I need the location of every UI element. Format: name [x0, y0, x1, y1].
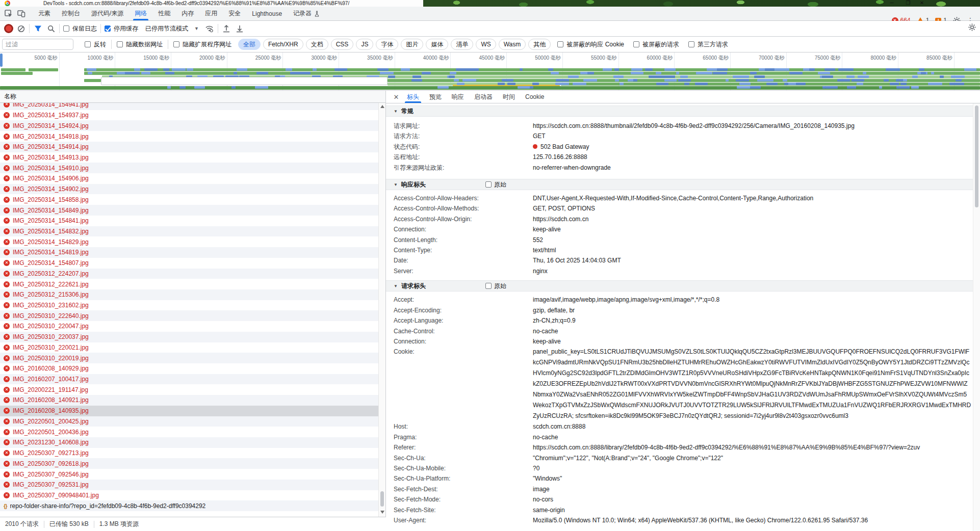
request-row[interactable]: ✕IMG_20250310_231602.jpg — [0, 300, 378, 311]
request-row[interactable]: ✕IMG_20250314_154829.jpg — [0, 236, 378, 247]
record-network-log-button[interactable] — [4, 24, 13, 33]
request-row[interactable]: ✕IMG_20250314_154918.jpg — [0, 131, 378, 142]
request-row[interactable]: ✕IMG_20250314_154906.jpg — [0, 173, 378, 184]
tab-Lighthouse[interactable]: Lighthouse — [246, 7, 288, 20]
tab-安全[interactable]: 安全 — [223, 7, 246, 20]
clear-network-log-button[interactable] — [16, 24, 25, 33]
general-section-header[interactable]: ▼ 常规 — [386, 105, 980, 117]
filter-pill-CSS[interactable]: CSS — [331, 39, 354, 50]
request-row[interactable]: ✕IMG_20250307_092531.jpg — [0, 480, 378, 490]
filter-pill-全部[interactable]: 全部 — [238, 39, 261, 50]
request-list-scrollbar[interactable] — [378, 103, 385, 517]
tab-应用[interactable]: 应用 — [199, 7, 223, 20]
device-toolbar-icon[interactable] — [17, 10, 25, 18]
request-row[interactable]: ✕IMG_20250314_154941.jpg — [0, 103, 378, 110]
request-row[interactable]: ✕IMG_20250307_090948401.jpg — [0, 490, 378, 501]
request-row[interactable]: ✕IMG_20250310_220047.jpg — [0, 321, 378, 332]
details-tab-标头[interactable]: 标头 — [402, 91, 424, 103]
tab-内存[interactable]: 内存 — [176, 7, 199, 20]
hide-data-urls-checkbox[interactable]: 隐藏数据网址 — [117, 40, 163, 49]
filter-pill-其他[interactable]: 其他 — [528, 39, 551, 50]
request-row[interactable]: ✕IMG_20250314_154937.jpg — [0, 110, 378, 121]
third-party-checkbox[interactable]: 第三方请求 — [688, 40, 728, 49]
scrollbar-thumb[interactable] — [975, 105, 978, 207]
tab-网络[interactable]: 网络 — [129, 7, 152, 20]
network-conditions-icon[interactable] — [205, 24, 214, 33]
tab-性能[interactable]: 性能 — [152, 7, 176, 20]
filter-pill-Fetch/XHR[interactable]: Fetch/XHR — [263, 39, 303, 50]
invert-checkbox[interactable]: 反转 — [85, 40, 106, 49]
tab-源代码/来源[interactable]: 源代码/来源 — [86, 7, 129, 20]
request-row[interactable]: ✕IMG_20160207_100417.jpg — [0, 374, 378, 385]
details-scrollbar[interactable] — [973, 103, 980, 531]
request-row[interactable]: ✕IMG_20250307_092713.jpg — [0, 448, 378, 459]
scroll-down-icon[interactable] — [380, 511, 384, 514]
request-row[interactable]: ✕IMG_20250307_092618.jpg — [0, 458, 378, 469]
raw-request-checkbox[interactable]: 原始 — [485, 282, 506, 290]
details-tab-启动器[interactable]: 启动器 — [469, 91, 498, 103]
request-row[interactable]: ✕IMG_20250307_092546.jpg — [0, 469, 378, 480]
request-row[interactable]: ✕IMG_20250314_154924.jpg — [0, 120, 378, 131]
request-row[interactable]: ✕IMG_20250312_215306.jpg — [0, 289, 378, 300]
request-row[interactable]: ✕IMG_20250314_154858.jpg — [0, 194, 378, 205]
close-details-icon[interactable]: ✕ — [391, 93, 402, 101]
request-row[interactable]: ✕IMG_20160208_140921.jpg — [0, 395, 378, 406]
overview-scroll-nub[interactable] — [0, 54, 3, 67]
request-row[interactable]: ✕IMG_20250314_154841.jpg — [0, 216, 378, 226]
request-row[interactable]: ✕IMG_20250312_222621.jpg — [0, 279, 378, 289]
tab-元素[interactable]: 元素 — [33, 7, 56, 20]
filter-pill-清单[interactable]: 清单 — [451, 39, 473, 50]
scroll-up-icon[interactable] — [380, 105, 384, 108]
request-headers-section-header[interactable]: ▼ 请求标头 原始 — [386, 280, 980, 291]
request-row[interactable]: ✕IMG_20250312_224207.jpg — [0, 269, 378, 279]
blocked-requests-checkbox[interactable]: 被屏蔽的请求 — [633, 40, 679, 49]
filter-pill-WS[interactable]: WS — [476, 39, 496, 50]
export-har-icon[interactable] — [235, 24, 244, 33]
filter-pill-图片[interactable]: 图片 — [401, 39, 423, 50]
response-headers-section-header[interactable]: ▼ 响应标头 原始 — [386, 179, 980, 190]
request-row[interactable]: {}repo-folder-share-info/?repo_id=2fefdb… — [0, 500, 378, 511]
request-row[interactable]: ✕IMG_20250310_220019.jpg — [0, 353, 378, 363]
tab-控制台[interactable]: 控制台 — [56, 7, 86, 20]
request-row[interactable]: ✕IMG_20200221_191147.jpg — [0, 384, 378, 395]
request-row[interactable]: ✕IMG_20160208_140935.jpg — [0, 406, 378, 416]
request-row[interactable]: ✕IMG_20220501_200436.jpg — [0, 427, 378, 437]
restore-button[interactable]: ❐ — [904, 0, 912, 7]
request-row[interactable]: ✕IMG_20250314_154849.jpg — [0, 205, 378, 216]
request-row[interactable]: ✕IMG_20250314_154914.jpg — [0, 142, 378, 152]
details-tab-预览[interactable]: 预览 — [424, 91, 447, 103]
name-column-header[interactable]: 名称 — [0, 91, 385, 103]
preserve-log-checkbox[interactable]: 保留日志 — [63, 24, 97, 33]
disable-cache-checkbox[interactable]: 停用缓存 — [105, 24, 138, 33]
throttling-dropdown[interactable]: 已停用节流模式▼ — [145, 24, 199, 33]
filter-pill-文档[interactable]: 文档 — [306, 39, 328, 50]
scrollbar-thumb[interactable] — [380, 491, 384, 507]
filter-pill-Wasm[interactable]: Wasm — [499, 39, 526, 50]
filter-input[interactable] — [2, 39, 73, 50]
request-row[interactable]: ✕IMG_20250314_154913.jpg — [0, 152, 378, 163]
minimize-button[interactable]: ─ — [888, 0, 896, 7]
filter-pill-JS[interactable]: JS — [356, 39, 373, 50]
blocked-cookies-checkbox[interactable]: 被屏蔽的响应 Cookie — [557, 40, 624, 49]
request-row[interactable]: ✕IMG_20250310_220037.jpg — [0, 332, 378, 342]
raw-response-checkbox[interactable]: 原始 — [485, 180, 506, 189]
details-tab-时间[interactable]: 时间 — [498, 91, 520, 103]
filter-funnel-icon[interactable] — [33, 24, 42, 33]
details-tab-响应[interactable]: 响应 — [447, 91, 469, 103]
request-row[interactable]: ✕IMG_20250314_154902.jpg — [0, 184, 378, 195]
request-row[interactable]: ✕IMG_20220501_200425.jpg — [0, 416, 378, 427]
inspect-element-icon[interactable] — [5, 10, 13, 18]
request-row[interactable]: ✕IMG_20160208_140929.jpg — [0, 363, 378, 374]
tab-记录器[interactable]: 记录器 — [288, 7, 325, 20]
request-row[interactable]: ✕IMG_20250314_154832.jpg — [0, 226, 378, 237]
request-row[interactable]: ✕IMG_20250314_154910.jpg — [0, 163, 378, 173]
close-window-button[interactable]: ✕ — [918, 0, 926, 7]
request-row[interactable]: ✕IMG_20250314_154819.jpg — [0, 247, 378, 258]
request-row[interactable]: ✕IMG_20250310_220021.jpg — [0, 342, 378, 353]
filter-pill-字体[interactable]: 字体 — [376, 39, 398, 50]
request-row[interactable]: ✕IMG_20250314_154807.jpg — [0, 258, 378, 269]
import-har-icon[interactable] — [222, 24, 231, 33]
search-icon[interactable] — [46, 24, 56, 33]
network-overview-timeline[interactable]: 5000 毫秒10000 毫秒15000 毫秒20000 毫秒25000 毫秒3… — [0, 52, 980, 91]
request-row[interactable]: ✕IMG_20231230_140608.jpg — [0, 437, 378, 448]
